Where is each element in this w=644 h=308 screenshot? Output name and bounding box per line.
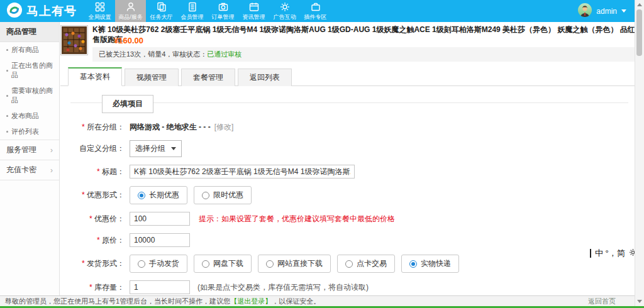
tab-video-management[interactable]: 视频管理 [125,69,179,86]
product-stats-text: 已被关注13次，销量4，审核状态： [99,50,207,58]
scrollbar-down-arrow[interactable] [637,300,642,303]
product-price: ¥160.00 [114,36,143,46]
grid-icon [94,1,106,13]
sidebar-item-on-sale[interactable]: 正在出售的商品 [0,58,59,83]
form-row-discount-price: 优惠价： 提示：如果设置了套餐，优惠价建议填写套餐中最低的价格 [70,212,628,226]
main-nav: 全局设置 商品/服务 任务大厅 会员管理 订单管理 资讯管理 广告互动 插件专 [84,0,331,22]
document-icon [187,1,198,13]
sidebar-item-review-list[interactable]: 评价列表 [0,124,59,140]
footer-message-prefix: 尊敬的管理员，您正在使用马上有号1管理后台，当长时间不操作，建议您 [5,297,230,305]
chevron-down-icon [171,147,176,150]
sidebar-item-label: 评价列表 [11,127,39,136]
nav-item-ads[interactable]: 广告互动 [269,0,300,22]
discount-type-label: 优惠形式： [70,190,125,201]
nav-item-global-settings[interactable]: 全局设置 [84,0,115,22]
radio-label: 长期优惠 [149,190,179,201]
radio-icon [138,192,145,199]
tab-back-to-list[interactable]: 返回列表 [238,69,292,86]
text-caret [590,249,591,258]
radio-manual-delivery[interactable]: 手动发货 [130,255,187,273]
form-row-discount-type: 优惠形式： 长期优惠 限时优惠 [70,186,628,204]
camera-icon [218,1,229,13]
radio-label: 手动发货 [149,258,179,269]
radio-card-trade[interactable]: 点卡交易 [337,255,395,273]
copy-icon [156,1,167,13]
app-logo[interactable]: 马上有号 [0,2,80,20]
title-label: 标题： [70,167,125,177]
top-header: 马上有号 全局设置 商品/服务 任务大厅 会员管理 订单管理 资讯管理 广告 [0,0,644,22]
radio-long-term-discount[interactable]: 长期优惠 [130,186,187,204]
product-title-line2-row: 售版跑车 ¥160.00 [92,35,635,45]
sidebar-item-publish-product[interactable]: 发布商品 [0,108,59,124]
stock-input[interactable] [130,280,190,294]
nav-item-news[interactable]: 资讯管理 [238,0,269,22]
user-menu[interactable]: admin [578,0,626,22]
sidebar-section-product-management[interactable]: 商品管理 [0,22,59,42]
stock-label: 库存量： [70,282,125,293]
custom-group-label: 自定义分组： [70,143,125,154]
tab-package-management[interactable]: 套餐管理 [181,69,235,86]
bullet-icon [6,95,8,97]
radio-label: 限时优惠 [213,190,243,201]
custom-group-select-value: 选择分组 [135,143,165,154]
sidebar-item-all-products[interactable]: 所有商品 [0,42,59,58]
radio-icon [345,260,353,268]
radio-direct-download[interactable]: 网站直接下载 [258,255,331,273]
sidebar-section-recharge-cards[interactable]: 充值卡密› [0,160,59,180]
radio-icon [202,192,209,199]
nav-item-products-services[interactable]: 商品/服务 [115,0,146,22]
group-value: 网络游戏 - 绝地求生 - - - [130,122,211,133]
scrollbar-up-arrow[interactable] [637,3,642,6]
product-thumbnail[interactable] [60,25,88,55]
radio-icon [138,260,145,268]
nav-label: 订单管理 [212,13,235,21]
form-row-title: 标题： [70,165,628,179]
nav-item-task-hall[interactable]: 任务大厅 [146,0,177,22]
form-row-group: 所在分组： 网络游戏 - 绝地求生 - - - [修改] [70,122,628,133]
form-row-stock: 库存量： (如果是点卡交易类，库存值无需填写，将自动读取) [70,280,628,294]
footer-message-suffix: ，以保证安全。 [272,297,320,305]
form-row-custom-group: 自定义分组： 选择分组 [70,140,628,157]
nav-label: 广告互动 [274,13,296,21]
nav-label: 全局设置 [89,13,111,21]
radio-icon [266,260,274,268]
form-row-original-price: 原价： [70,233,628,247]
radio-icon [202,260,209,268]
radio-netdisk-download[interactable]: 网盘下载 [194,255,252,273]
username: admin [596,7,617,16]
bullet-icon [6,131,8,133]
page-scrollbar[interactable] [635,0,644,308]
scrollbar-thumb[interactable] [636,9,642,56]
radio-physical-express[interactable]: 实物快递 [401,255,459,273]
title-input[interactable] [130,165,355,179]
group-edit-link[interactable]: [修改] [214,122,234,133]
nav-item-plugins[interactable]: 插件专区 [300,0,331,22]
nav-label: 任务大厅 [150,13,173,21]
review-status-badge: 已通过审核 [207,50,242,58]
custom-group-select[interactable]: 选择分组 [130,140,182,157]
discount-price-input[interactable] [130,212,190,226]
chevron-right-icon: › [50,146,53,155]
radio-label: 点卡交易 [357,258,387,269]
footer-message: 尊敬的管理员，您正在使用马上有号1管理后台，当长时间不操作，建议您【退出登录】，… [5,297,320,306]
delivery-type-label: 发货形式： [70,258,125,269]
stock-hint: (如果是点卡交易类，库存值无需填写，将自动读取) [197,282,369,293]
sidebar-item-label: 正在出售的商品 [11,61,57,80]
product-header: K裤 10级美杜莎762 2级塞壬平底锅 1级无信号M4 1级弥诺陶洛斯AUG … [60,22,635,62]
sidebar-section-label: 服务管理 [6,145,36,155]
sidebar-item-pending-review[interactable]: 需要审核的商品 [0,83,59,108]
sidebar-section-service-management[interactable]: 服务管理› [0,140,59,160]
original-price-label: 原价： [70,235,125,246]
original-price-input[interactable] [130,233,190,247]
radio-label: 网盘下载 [213,258,243,269]
ime-toolbar: 中 °，简 [590,248,637,259]
back-to-home-link[interactable]: 返回首页 [588,297,630,306]
nav-label: 商品/服务 [118,13,143,21]
logout-link[interactable]: 【退出登录】 [230,297,272,305]
product-stats-bar: 已被关注13次，销量4，审核状态：已通过审核 [92,47,635,62]
radio-limited-time-discount[interactable]: 限时优惠 [194,186,252,204]
tab-basic-info[interactable]: 基本资料 [68,67,122,86]
nav-item-members[interactable]: 会员管理 [177,0,208,22]
nav-item-orders[interactable]: 订单管理 [208,0,238,22]
avatar [578,3,592,19]
